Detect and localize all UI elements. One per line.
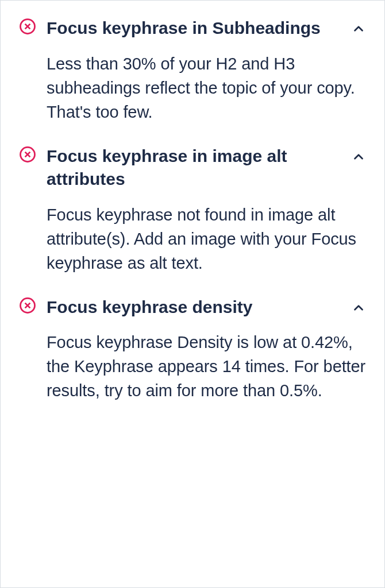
item-description: Focus keyphrase Density is low at 0.42%,… — [47, 330, 366, 403]
analysis-item-subheadings: Focus keyphrase in Subheadings Less than… — [19, 17, 366, 124]
item-header[interactable]: Focus keyphrase in Subheadings — [19, 17, 366, 40]
seo-analysis-panel: Focus keyphrase in Subheadings Less than… — [0, 0, 385, 588]
item-description: Focus keyphrase not found in image alt a… — [47, 203, 366, 275]
item-title: Focus keyphrase in Subheadings — [47, 17, 338, 40]
error-icon — [19, 146, 36, 163]
item-header[interactable]: Focus keyphrase in image alt attributes — [19, 145, 366, 191]
item-title: Focus keyphrase in image alt attributes — [47, 145, 338, 191]
chevron-up-icon[interactable] — [351, 21, 366, 36]
item-description: Less than 30% of your H2 and H3 subheadi… — [47, 52, 366, 124]
analysis-item-image-alt: Focus keyphrase in image alt attributes … — [19, 145, 366, 275]
error-icon — [19, 297, 36, 314]
error-icon — [19, 18, 36, 35]
chevron-up-icon[interactable] — [351, 300, 366, 315]
item-title: Focus keyphrase density — [47, 296, 338, 319]
chevron-up-icon[interactable] — [351, 149, 366, 164]
analysis-item-density: Focus keyphrase density Focus keyphrase … — [19, 296, 366, 403]
item-header[interactable]: Focus keyphrase density — [19, 296, 366, 319]
